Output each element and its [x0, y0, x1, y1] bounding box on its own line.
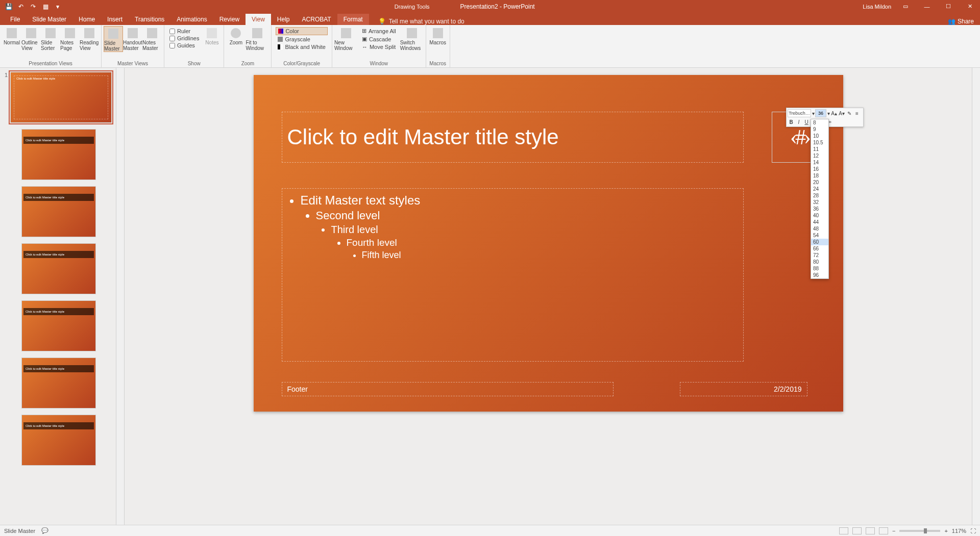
sorter-view-icon[interactable] — [852, 527, 862, 534]
slide-master-button[interactable]: Slide Master — [104, 26, 123, 52]
tab-review[interactable]: Review — [213, 14, 246, 25]
slide-sorter-button[interactable]: Slide Sorter — [41, 26, 60, 51]
layout-thumbnail-1[interactable]: Click to edit Master title style — [21, 129, 96, 180]
italic-button[interactable]: I — [795, 118, 802, 126]
format-painter-icon[interactable]: ✎ — [846, 109, 853, 117]
layout-thumbnail-5[interactable]: Click to edit Master title style — [21, 358, 96, 409]
date-placeholder[interactable]: 2/2/2019 — [680, 382, 807, 396]
bullets-icon[interactable]: ≡ — [853, 109, 861, 117]
slideshow-view-icon[interactable] — [879, 527, 888, 534]
share-button[interactable]: 👥 Share — [948, 18, 974, 25]
font-size-combo[interactable]: 36 — [815, 109, 826, 117]
font-size-option[interactable]: 54 — [811, 232, 828, 239]
zoom-button[interactable]: Zoom — [226, 26, 246, 45]
vertical-scrollbar[interactable] — [972, 68, 980, 525]
font-family-dropdown-icon[interactable]: ▾ — [812, 109, 815, 117]
font-size-option[interactable]: 9 — [811, 126, 828, 133]
font-size-option[interactable]: 72 — [811, 252, 828, 259]
font-size-option[interactable]: 60 — [811, 239, 828, 245]
bold-button[interactable]: B — [788, 118, 795, 126]
tab-help[interactable]: Help — [271, 14, 296, 25]
font-size-option[interactable]: 96 — [811, 272, 828, 278]
ruler-checkbox[interactable]: Ruler — [169, 28, 199, 34]
master-thumbnail[interactable]: Click to edit Master title style — [10, 72, 112, 123]
color-button[interactable]: Color — [276, 27, 327, 35]
underline-button[interactable]: U — [803, 118, 810, 126]
guides-checkbox[interactable]: Guides — [169, 42, 199, 48]
macros-button[interactable]: Macros — [428, 26, 448, 45]
font-size-dropdown-icon[interactable]: ▾ — [827, 109, 830, 117]
minimize-icon[interactable]: — — [920, 4, 934, 10]
handout-master-button[interactable]: Handout Master — [123, 26, 142, 51]
zoom-slider[interactable] — [899, 530, 940, 532]
reading-view-button[interactable]: Reading View — [80, 26, 99, 51]
font-size-option[interactable]: 12 — [811, 152, 828, 159]
master-slide[interactable]: Click to edit Master title style ‹#› Edi… — [254, 75, 843, 412]
move-split-button[interactable]: ↔Move Split — [360, 43, 398, 50]
user-name[interactable]: Lisa Mildon — [863, 4, 891, 10]
font-size-option[interactable]: 24 — [811, 186, 828, 192]
save-icon[interactable]: 💾 — [4, 2, 13, 11]
tell-me-search[interactable]: 💡 Tell me what you want to do — [378, 18, 464, 25]
switch-windows-button[interactable]: Switch Windows — [400, 26, 424, 51]
font-size-option[interactable]: 80 — [811, 259, 828, 265]
fit-to-window-icon[interactable]: ⛶ — [970, 528, 976, 534]
start-from-beginning-icon[interactable]: ▦ — [41, 2, 50, 11]
redo-icon[interactable]: ↷ — [29, 2, 38, 11]
ribbon-display-options-icon[interactable]: ▭ — [898, 3, 913, 10]
font-size-option[interactable]: 44 — [811, 219, 828, 225]
font-size-option[interactable]: 20 — [811, 179, 828, 186]
black-white-button[interactable]: Black and White — [276, 43, 327, 50]
font-size-option[interactable]: 14 — [811, 159, 828, 166]
splitter[interactable] — [116, 68, 125, 525]
tab-transitions[interactable]: Transitions — [129, 14, 170, 25]
font-size-option[interactable]: 18 — [811, 172, 828, 179]
outline-view-button[interactable]: Outline View — [21, 26, 41, 51]
layout-thumbnail-6[interactable]: Click to edit Master title style — [21, 415, 96, 466]
font-size-option[interactable]: 11 — [811, 146, 828, 152]
zoom-out-button[interactable]: − — [892, 528, 895, 534]
normal-view-icon[interactable] — [839, 527, 848, 534]
layout-thumbnail-4[interactable]: Click to edit Master title style — [21, 300, 96, 351]
increase-font-icon[interactable]: A▴ — [830, 109, 838, 117]
tab-home[interactable]: Home — [72, 14, 101, 25]
maximize-icon[interactable]: ☐ — [941, 3, 955, 10]
font-size-option[interactable]: 88 — [811, 265, 828, 272]
font-size-option[interactable]: 28 — [811, 192, 828, 199]
font-family-combo[interactable]: Trebuch… — [788, 109, 811, 117]
decrease-font-icon[interactable]: A▾ — [838, 109, 845, 117]
thumbnail-pane[interactable]: 1 Click to edit Master title style Click… — [0, 68, 116, 525]
font-size-option[interactable]: 36 — [811, 206, 828, 212]
notes-master-button[interactable]: Notes Master — [142, 26, 162, 51]
layout-thumbnail-3[interactable]: Click to edit Master title style — [21, 243, 96, 294]
tab-slide-master[interactable]: Slide Master — [26, 14, 72, 25]
body-placeholder[interactable]: Edit Master text styles Second level Thi… — [282, 188, 744, 362]
font-size-option[interactable]: 16 — [811, 166, 828, 172]
tab-animations[interactable]: Animations — [170, 14, 213, 25]
notes-button[interactable]: Notes — [202, 26, 222, 45]
zoom-in-button[interactable]: + — [944, 528, 947, 534]
comments-icon[interactable]: 💬 — [41, 527, 48, 534]
font-size-option[interactable]: 66 — [811, 245, 828, 252]
font-size-option[interactable]: 10 — [811, 133, 828, 139]
title-placeholder[interactable]: Click to edit Master title style — [282, 112, 744, 163]
cascade-button[interactable]: ▣Cascade — [360, 35, 398, 43]
new-window-button[interactable]: New Window — [334, 26, 358, 51]
notes-page-button[interactable]: Notes Page — [60, 26, 80, 51]
normal-view-button[interactable]: Normal — [2, 26, 21, 45]
tab-acrobat[interactable]: ACROBAT — [296, 14, 337, 25]
font-size-option[interactable]: 32 — [811, 199, 828, 206]
fit-to-window-button[interactable]: Fit to Window — [246, 26, 269, 51]
font-size-option[interactable]: 10.5 — [811, 139, 828, 146]
font-size-option[interactable]: 40 — [811, 212, 828, 219]
layout-thumbnail-2[interactable]: Click to edit Master title style — [21, 186, 96, 237]
undo-icon[interactable]: ↶ — [16, 2, 26, 11]
tab-view[interactable]: View — [246, 14, 271, 25]
tab-file[interactable]: File — [4, 14, 26, 25]
grayscale-button[interactable]: Grayscale — [276, 36, 327, 43]
close-icon[interactable]: ✕ — [963, 3, 977, 10]
zoom-level[interactable]: 117% — [952, 528, 966, 534]
footer-placeholder[interactable]: Footer — [282, 382, 614, 396]
gridlines-checkbox[interactable]: Gridlines — [169, 35, 199, 41]
font-size-option[interactable]: 48 — [811, 225, 828, 232]
